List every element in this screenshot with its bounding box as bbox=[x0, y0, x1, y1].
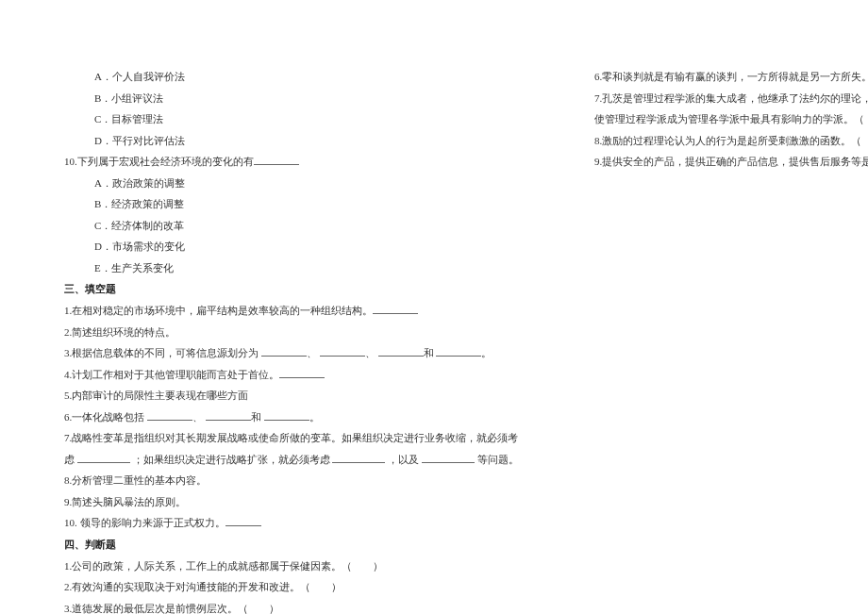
f7-c: ，以及 bbox=[388, 454, 419, 465]
fill-10-text: 10. 领导的影响力来源于正式权力。 bbox=[64, 517, 225, 528]
fill-9: 9.简述头脑风暴法的原则。 bbox=[64, 491, 564, 513]
judge-9: 9.提供安全的产品，提供正确的产品信息，提供售后服务等是企业对顾客的责任。（ ） bbox=[594, 151, 868, 173]
fill-1: 1.在相对稳定的市场环境中，扁平结构是效率较高的一种组织结构。 bbox=[64, 300, 564, 322]
fill-7-line2: 虑 ；如果组织决定进行战略扩张，就必须考虑 ，以及 等问题。 bbox=[64, 449, 564, 471]
q10-option-b: B．经济政策的调整 bbox=[64, 193, 564, 215]
fill-3-pre: 3.根据信息载体的不同，可将信息源划分为 bbox=[64, 347, 259, 358]
fill-7-line1: 7.战略性变革是指组织对其长期发展战略或使命所做的变革。如果组织决定进行业务收缩… bbox=[64, 427, 564, 449]
judge-7-line1: 7.孔茨是管理过程学派的集大成者，他继承了法约尔的理论，并把法约尔的理论更加系统… bbox=[594, 88, 868, 109]
blank[interactable] bbox=[422, 454, 475, 463]
blank[interactable] bbox=[373, 305, 418, 314]
fill-4-text: 4.计划工作相对于其他管理职能而言处于首位。 bbox=[64, 369, 279, 380]
end: 。 bbox=[481, 347, 492, 358]
blank[interactable] bbox=[206, 411, 251, 421]
fill-5: 5.内部审计的局限性主要表现在哪些方面 bbox=[64, 385, 564, 407]
fill-6-pre: 6.一体化战略包括 bbox=[64, 411, 144, 423]
option-b: B．小组评议法 bbox=[64, 88, 564, 109]
fill-6: 6.一体化战略包括 、 和 。 bbox=[64, 407, 564, 428]
section-3-title: 三、填空题 bbox=[64, 278, 564, 300]
and: 和 bbox=[251, 411, 261, 423]
q10-option-a: A．政治政策的调整 bbox=[64, 173, 564, 194]
sep: 、 bbox=[365, 347, 376, 358]
end: 。 bbox=[309, 411, 320, 423]
judge-7-line2: 使管理过程学派成为管理各学派中最具有影响力的学派。（ ） bbox=[594, 108, 868, 130]
judge-3: 3.道德发展的最低层次是前惯例层次。（ ） bbox=[64, 598, 564, 614]
fill-10: 10. 领导的影响力来源于正式权力。 bbox=[64, 512, 564, 534]
section-4-title: 四、判断题 bbox=[64, 534, 564, 556]
blank[interactable] bbox=[261, 347, 307, 357]
f7-d: 等问题。 bbox=[477, 454, 519, 465]
judge-1: 1.公司的政策，人际关系，工作上的成就感都属于保健因素。（ ） bbox=[64, 556, 564, 577]
blank[interactable] bbox=[225, 518, 261, 527]
q10-option-e: E．生产关系变化 bbox=[64, 257, 564, 279]
blank[interactable] bbox=[436, 347, 481, 357]
q10-text: 10.下列属于宏观社会经济环境的变化的有 bbox=[64, 156, 254, 167]
q10-option-c: C．经济体制的改革 bbox=[64, 215, 564, 237]
option-a: A．个人自我评价法 bbox=[64, 66, 564, 88]
blank[interactable] bbox=[77, 454, 130, 463]
f7-a: 虑 bbox=[64, 454, 75, 465]
fill-1-text: 1.在相对稳定的市场环境中，扁平结构是效率较高的一种组织结构。 bbox=[64, 305, 373, 316]
sep: 、 bbox=[192, 411, 203, 423]
question-10-stem: 10.下列属于宏观社会经济环境的变化的有 bbox=[64, 151, 564, 173]
fill-2: 2.简述组织环境的特点。 bbox=[64, 322, 564, 343]
option-c: C．目标管理法 bbox=[64, 108, 564, 130]
blank[interactable] bbox=[279, 369, 325, 378]
judge-2: 2.有效沟通的实现取决于对沟通技能的开发和改进。（ ） bbox=[64, 576, 564, 598]
q10-option-d: D．市场需求的变化 bbox=[64, 236, 564, 257]
blank[interactable] bbox=[264, 411, 309, 421]
fill-8: 8.分析管理二重性的基本内容。 bbox=[64, 470, 564, 491]
fill-3: 3.根据信息载体的不同，可将信息源划分为 、 、 和 。 bbox=[64, 342, 564, 364]
option-d: D．平行对比评估法 bbox=[64, 130, 564, 152]
blank[interactable] bbox=[147, 411, 192, 421]
fill-4: 4.计划工作相对于其他管理职能而言处于首位。 bbox=[64, 364, 564, 386]
blank[interactable] bbox=[378, 347, 424, 357]
and: 和 bbox=[424, 347, 434, 358]
judge-8: 8.激励的过程理论认为人的行为是起所受刺激激的函数。（ ） bbox=[594, 130, 868, 152]
f7-b: ；如果组织决定进行战略扩张，就必须考虑 bbox=[133, 454, 330, 465]
judge-6: 6.零和谈判就是有输有赢的谈判，一方所得就是另一方所失。（ ） bbox=[594, 66, 868, 88]
blank[interactable] bbox=[332, 454, 385, 463]
blank[interactable] bbox=[254, 156, 299, 165]
blank[interactable] bbox=[320, 347, 365, 357]
sep: 、 bbox=[307, 347, 317, 358]
